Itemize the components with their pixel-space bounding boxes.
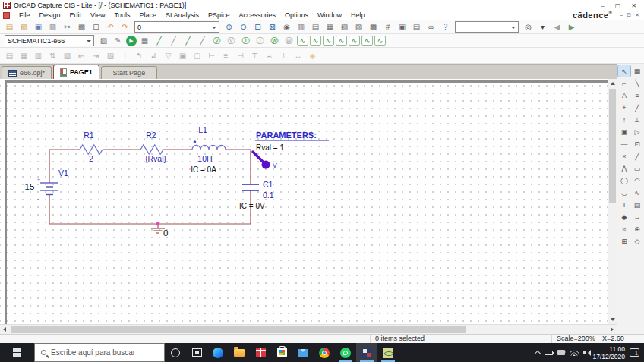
align-left-icon[interactable]: ⊢ [205, 50, 218, 61]
c1-ic-label[interactable]: IC = 0V [239, 202, 265, 210]
select-tool-icon[interactable]: ↖ [618, 65, 630, 77]
current-marker-icon[interactable]: ╱ [182, 35, 194, 46]
l1-ref-label[interactable]: L1 [198, 125, 207, 134]
filter-icon[interactable]: ▽ [162, 50, 175, 61]
distribute-horizontally-icon[interactable]: ↔ [292, 50, 305, 61]
orcad-taskbar-button[interactable] [356, 343, 377, 362]
c1-ref-label[interactable]: C1 [263, 180, 273, 189]
place-dimension-icon[interactable]: ↔ [631, 211, 643, 222]
place-ground-icon[interactable]: ⊥ [631, 114, 643, 125]
menu-pspice[interactable]: PSpice [204, 11, 235, 19]
snap-to-grid-icon[interactable]: ⊞ [618, 235, 630, 247]
place-polyline-icon[interactable]: ⋀ [618, 162, 630, 174]
taskbar-clock[interactable]: 11:00 17/12/2020 [592, 345, 625, 360]
battery-icon[interactable] [545, 351, 553, 355]
bias-power-toggle-icon[interactable]: Ⓦ [283, 35, 295, 46]
ungroup-icon[interactable]: ▢ [191, 50, 204, 61]
pspice-plot-6-icon[interactable]: ∿ [361, 36, 373, 46]
find-options-caret-icon[interactable]: ▾ [536, 21, 549, 33]
horizontal-scrollbar[interactable] [0, 324, 617, 334]
scroll-down-arrow[interactable] [608, 315, 617, 324]
place-image-icon[interactable]: ▤ [631, 199, 643, 210]
volume-icon[interactable] [583, 350, 588, 356]
grid-toggle-icon[interactable]: # [381, 21, 394, 33]
place-ellipse-icon[interactable]: ◯ [618, 175, 630, 186]
place-off-page-connector-icon[interactable]: ⊡ [631, 138, 643, 150]
menu-tools[interactable]: Tools [109, 11, 134, 19]
view-database-part-icon[interactable]: ▥ [32, 50, 45, 61]
session-log-icon[interactable]: ▧ [338, 21, 351, 33]
close-button[interactable]: ✕ [631, 2, 636, 9]
menu-options[interactable]: Options [280, 11, 313, 19]
zoom-combo[interactable]: 0 [134, 21, 219, 33]
place-net-group-icon[interactable]: ≡ [631, 90, 643, 101]
copy-icon[interactable]: ▩ [75, 21, 88, 33]
ascend-hierarchy-icon[interactable]: ↰ [133, 50, 146, 61]
bias-current-toggle-icon[interactable]: Ⓘ [254, 35, 267, 46]
c1-value-label[interactable]: 0.1 [263, 190, 274, 200]
place-no-connect-icon[interactable]: × [618, 150, 630, 162]
cortana-button[interactable] [165, 343, 186, 362]
voltage-probe-marker[interactable]: V [253, 152, 277, 169]
vertical-scroll-thumb[interactable] [609, 89, 616, 203]
taskbar-search-input[interactable]: Escribe aquí para buscar [34, 343, 165, 362]
cut-icon[interactable]: ✂ [61, 21, 74, 33]
align-right-icon[interactable]: ⊣ [234, 50, 247, 61]
paste-icon[interactable]: ⊟ [90, 21, 103, 33]
schematic-page-icon[interactable]: ▤ [309, 21, 322, 33]
place-power-icon[interactable]: ↑ [618, 114, 630, 125]
assign-power-pins-icon[interactable]: ⊥ [118, 50, 131, 61]
update-selected-part-icon[interactable]: ⇅ [46, 50, 59, 61]
place-part-icon[interactable]: ▦ [631, 65, 643, 77]
file-explorer-button[interactable] [229, 343, 250, 362]
edit-properties-icon[interactable]: ▤ [3, 50, 16, 61]
menu-window[interactable]: Window [313, 11, 346, 19]
network-icon[interactable] [570, 350, 579, 356]
power-marker-icon[interactable]: ╱ [196, 35, 209, 46]
place-bezier-icon[interactable]: ∿ [631, 187, 643, 198]
v1-value-label[interactable]: 15 [25, 182, 35, 191]
place-arc-icon[interactable]: ◠ [631, 175, 643, 186]
zoom-out-icon[interactable]: ⊖ [237, 21, 250, 33]
schematic-canvas[interactable]: + - V1 15 R1 2 R2 {Rva [0, 79, 608, 324]
place-origin-icon[interactable]: ◆ [618, 211, 630, 222]
r2-value-label[interactable]: {Rval} [145, 154, 167, 163]
bias-voltage-display-icon[interactable]: Ⓥ [210, 35, 223, 46]
place-net-alias-icon[interactable]: A [618, 90, 630, 101]
parameters-title[interactable]: PARAMETERS: [256, 131, 317, 140]
save-document-icon[interactable]: ▣ [32, 21, 45, 33]
start-button[interactable] [0, 343, 34, 362]
component-r2[interactable]: R2 {Rval} [140, 131, 166, 163]
r1-value-label[interactable]: 2 [89, 154, 93, 163]
pspice-plot-1-icon[interactable]: ∿ [297, 36, 308, 46]
bias-voltage-toggle-icon[interactable]: Ⓥ [225, 35, 238, 46]
align-bottom-icon[interactable]: ⊥ [277, 50, 290, 61]
place-elliptical-arc-icon[interactable]: ◡ [618, 187, 630, 198]
bias-current-display-icon[interactable]: Ⓘ [239, 35, 252, 46]
tab-page1[interactable]: PAGE1 [53, 65, 99, 79]
align-middle-icon[interactable]: ≍ [263, 50, 276, 61]
menu-accessories[interactable]: Accessories [235, 11, 281, 19]
export-properties-icon[interactable]: ⇥ [90, 50, 103, 61]
component-r1[interactable]: R1 2 [80, 131, 103, 163]
ground-symbol[interactable]: 0 [151, 222, 168, 238]
group-icon[interactable]: ▣ [176, 50, 189, 61]
project-manager-icon[interactable]: ▥ [295, 21, 308, 33]
place-bus-icon[interactable]: ╲ [631, 77, 643, 89]
notification-center-button[interactable]: 1 [630, 348, 639, 357]
component-l1[interactable]: L1 10H IC = 0A [191, 125, 226, 174]
place-hierarchical-port-icon[interactable]: ▷ [631, 126, 643, 137]
edge-taskbar-button[interactable] [207, 343, 229, 362]
microsoft-store-button[interactable] [271, 343, 292, 362]
part-manager-icon[interactable]: ▨ [104, 50, 117, 61]
maximize-button[interactable]: ▢ [615, 2, 621, 9]
v1-ref-label[interactable]: V1 [58, 168, 68, 178]
tray-chevron-icon[interactable] [535, 351, 541, 357]
open-document-icon[interactable]: ▧ [17, 21, 30, 33]
edit-simulation-profile-icon[interactable]: ✎ [112, 35, 125, 46]
run-pspice-icon[interactable]: ▶ [126, 36, 137, 46]
schematic-combo-caret-icon[interactable] [87, 40, 91, 45]
import-properties-icon[interactable]: ⇤ [75, 50, 88, 61]
new-simulation-profile-icon[interactable]: ▧ [97, 35, 110, 46]
parameters-block[interactable]: PARAMETERS: Rval = 1 [255, 131, 329, 152]
